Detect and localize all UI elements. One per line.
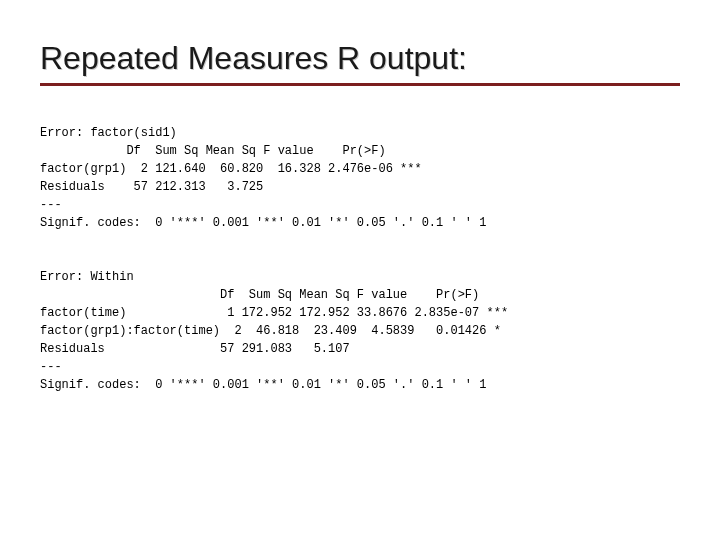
signif-codes: Signif. codes: 0 '***' 0.001 '**' 0.01 '…	[40, 216, 486, 230]
r-output-block-2: Error: Within Df Sum Sq Mean Sq F value …	[40, 250, 680, 394]
dashes: ---	[40, 198, 62, 212]
page-title: Repeated Measures R output:	[40, 40, 680, 77]
signif-codes: Signif. codes: 0 '***' 0.001 '**' 0.01 '…	[40, 378, 486, 392]
anova-row: factor(grp1):factor(time) 2 46.818 23.40…	[40, 324, 501, 338]
anova-header: Df Sum Sq Mean Sq F value Pr(>F)	[40, 288, 479, 302]
anova-row: Residuals 57 291.083 5.107	[40, 342, 350, 356]
title-underline	[40, 83, 680, 86]
anova-header: Df Sum Sq Mean Sq F value Pr(>F)	[40, 144, 386, 158]
r-output-block-1: Error: factor(sid1) Df Sum Sq Mean Sq F …	[40, 106, 680, 232]
dashes: ---	[40, 360, 62, 374]
error-stratum-line: Error: Within	[40, 270, 134, 284]
anova-row: Residuals 57 212.313 3.725	[40, 180, 263, 194]
anova-row: factor(grp1) 2 121.640 60.820 16.328 2.4…	[40, 162, 422, 176]
error-stratum-line: Error: factor(sid1)	[40, 126, 177, 140]
slide: Repeated Measures R output: Error: facto…	[0, 0, 720, 424]
anova-row: factor(time) 1 172.952 172.952 33.8676 2…	[40, 306, 508, 320]
